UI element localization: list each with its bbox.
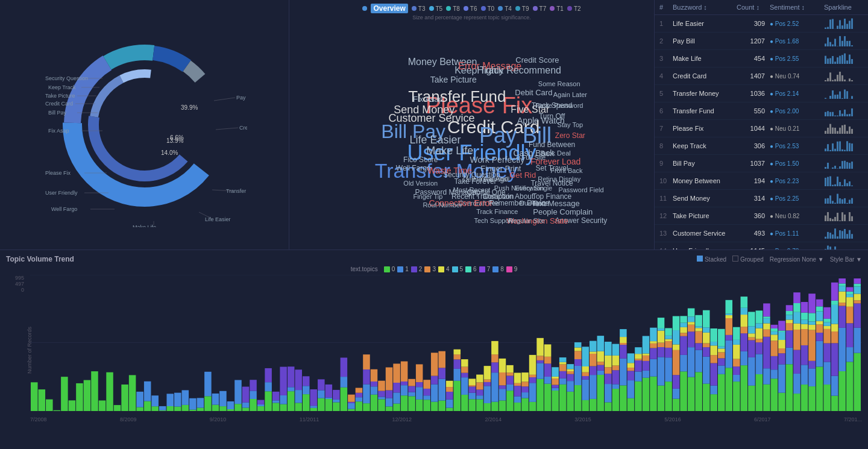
col-sentiment[interactable]: Sentiment ↕ — [770, 4, 824, 11]
svg-rect-154 — [844, 215, 846, 221]
regression-dropdown[interactable]: Regression None ▼ — [770, 256, 824, 263]
filter-t4[interactable]: T4 — [498, 5, 512, 12]
bar-chart-canvas[interactable] — [30, 275, 862, 413]
table-row[interactable]: 4 Credit Card 1407 ● Neu 0.74 — [655, 68, 868, 85]
table-row[interactable]: 14 User Friendly 1145 ● Pos 2.78 — [655, 242, 868, 250]
donut-label-security: Security Question — [45, 75, 88, 81]
grouped-checkbox[interactable]: Grouped — [732, 256, 764, 263]
style-dropdown[interactable]: Style Bar ▼ — [830, 256, 862, 263]
svg-rect-119 — [846, 162, 848, 169]
filter-dot-t3 — [412, 6, 417, 11]
word-tech-support[interactable]: Tech Support — [474, 217, 513, 224]
stacked-checkbox[interactable]: Stacked — [697, 256, 726, 263]
row-count: 1407 — [737, 72, 770, 80]
word-work-perfectly[interactable]: Work Perfectly — [470, 155, 524, 165]
table-row[interactable]: 1 Life Easier 309 ● Pos 2.52 — [655, 15, 868, 33]
svg-rect-40 — [829, 58, 831, 64]
table-row[interactable]: 3 Make Life 454 ● Pos 2.55 — [655, 50, 868, 68]
svg-rect-32 — [839, 36, 841, 46]
word-well-fargo[interactable]: Well Fargo — [396, 164, 431, 172]
row-sentiment: ● Pos 2.52 — [770, 20, 824, 27]
row-count: 1036 — [737, 90, 770, 97]
word-some-reason[interactable]: Some Reason — [538, 80, 580, 87]
filter-t8[interactable]: T8 — [446, 5, 460, 12]
svg-rect-102 — [834, 149, 836, 151]
filter-t0[interactable]: T0 — [481, 5, 495, 12]
table-row[interactable]: 2 Pay Bill 1207 ● Pos 1.68 — [655, 33, 868, 50]
legend-0: 0 — [384, 266, 395, 272]
svg-rect-95 — [846, 131, 848, 134]
table-row[interactable]: 8 Keep Track 306 ● Pos 2.53 — [655, 137, 868, 155]
col-buzzword[interactable]: Buzzword ↕ — [673, 4, 737, 11]
svg-rect-106 — [844, 150, 846, 151]
word-zero-star[interactable]: Zero Star — [555, 131, 585, 140]
word-due-date[interactable]: Due Date — [520, 199, 547, 207]
word-customer-service[interactable]: Customer Service — [388, 112, 474, 125]
filter-t2[interactable]: T2 — [567, 5, 581, 12]
table-row[interactable]: 9 Bill Pay 1037 ● Pos 1.50 — [655, 155, 868, 172]
donut-chart-panel: 39.9% 13.9% 14.0% 6.6% Security Question… — [0, 0, 289, 250]
svg-rect-64 — [829, 96, 831, 99]
filter-t7[interactable]: T7 — [533, 5, 547, 12]
word-stay-top[interactable]: Stay Top — [558, 121, 583, 128]
filter-t9[interactable]: T9 — [515, 5, 529, 12]
svg-rect-161 — [832, 234, 834, 239]
row-buzzword: Take Picture — [673, 212, 737, 219]
word-password-manager[interactable]: Password Manager — [415, 188, 477, 196]
word-again-later[interactable]: Again Later — [553, 91, 587, 98]
word-turn-off[interactable]: Turn Off — [539, 112, 565, 121]
word-security-question[interactable]: Security Question — [443, 171, 500, 179]
word-fico-score[interactable]: Fico Score — [403, 155, 438, 164]
word-track-spend[interactable]: Track Spend — [532, 101, 573, 110]
row-count: 454 — [737, 55, 770, 62]
y-axis: 995 497 0 — [6, 275, 27, 305]
table-row[interactable]: 5 Transfer Money 1036 ● Pos 2.14 — [655, 85, 868, 102]
pct-label-3: 14.0% — [161, 149, 178, 156]
row-count: 1044 — [737, 125, 770, 132]
svg-rect-28 — [829, 42, 831, 46]
svg-rect-27 — [827, 37, 829, 46]
svg-rect-82 — [844, 110, 846, 116]
row-sentiment: ● Pos 2.00 — [770, 108, 824, 115]
table-row[interactable]: 7 Please Fix 1044 ● Neu 0.21 — [655, 120, 868, 137]
word-credit-score[interactable]: Credit Score — [515, 55, 559, 64]
filter-t5[interactable]: T5 — [429, 5, 443, 12]
row-sentiment: ● Pos 1.68 — [770, 38, 824, 45]
word-people-complain[interactable]: People Complain — [533, 207, 593, 216]
word-cloud: Please FixBill PayUser FriendlyTransfer … — [289, 23, 654, 240]
row-count: 1037 — [737, 160, 770, 167]
word-fix-asap[interactable]: Fix Asap — [413, 95, 443, 104]
table-row[interactable]: 10 Money Between 194 ● Pos 2.23 — [655, 172, 868, 190]
word-rout-number[interactable]: Rout Number — [423, 201, 462, 209]
filter-t6[interactable]: T6 — [464, 5, 477, 12]
row-sentiment: ● Pos 2.53 — [770, 143, 824, 149]
word-regular-site[interactable]: Regular Site — [508, 217, 545, 224]
filter-t1[interactable]: T1 — [550, 5, 564, 12]
word-highly-recommend[interactable]: Highly Recommend — [477, 65, 561, 76]
row-buzzword: Life Easier — [673, 20, 737, 27]
word-old-version[interactable]: Old Version — [403, 180, 438, 187]
svg-rect-104 — [839, 141, 841, 151]
pct-label-4: 6.6% — [170, 134, 184, 141]
svg-rect-78 — [834, 116, 836, 116]
word-debit-card[interactable]: Debit Card — [515, 88, 552, 97]
word-set-travel[interactable]: Set Travel — [536, 164, 568, 172]
table-row[interactable]: 12 Take Picture 360 ● Neu 0.82 — [655, 207, 868, 225]
donut-chart: 39.9% 13.9% 14.0% 6.6% Security Question… — [42, 22, 247, 227]
row-num: 9 — [659, 160, 673, 167]
word-track-finance[interactable]: Track Finance — [476, 208, 518, 215]
table-row[interactable]: 13 Customer Service 493 ● Pos 1.11 — [655, 225, 868, 242]
filter-overview[interactable]: Overview — [371, 4, 407, 13]
word-take-picture[interactable]: Take Picture — [430, 75, 477, 84]
col-count[interactable]: Count ↕ — [737, 4, 770, 11]
svg-rect-143 — [846, 203, 848, 204]
word-fund-between[interactable]: Fund Between — [529, 140, 575, 149]
row-count: 309 — [737, 20, 770, 27]
filter-t3[interactable]: T3 — [412, 5, 426, 12]
donut-label-creditcard: Credit Card — [45, 101, 73, 107]
word-travel-notice[interactable]: Travel Notice — [530, 179, 573, 187]
svg-rect-150 — [834, 217, 836, 221]
table-row[interactable]: 11 Send Money 314 ● Pos 2.25 — [655, 190, 868, 207]
table-row[interactable]: 6 Transfer Fund 550 ● Pos 2.00 — [655, 102, 868, 120]
word-back-deal[interactable]: Back Deal — [541, 149, 571, 157]
